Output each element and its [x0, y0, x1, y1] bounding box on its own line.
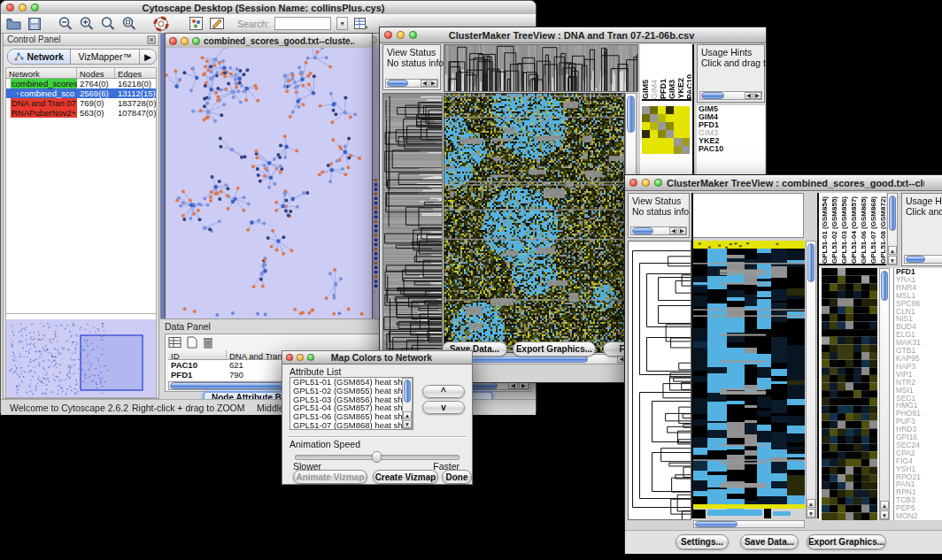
tv1-column-dendrogram[interactable] [444, 44, 638, 92]
network-row[interactable]: DNA and Tran 07 769(0) 183728(0) [6, 98, 156, 108]
tv2-row-dendrogram[interactable] [628, 241, 691, 520]
scrollbar-thumb[interactable] [404, 380, 411, 403]
column-label[interactable]: GIM4 [651, 80, 659, 99]
scrollbar-thumb[interactable] [701, 92, 724, 99]
save-data-button[interactable]: Save Data... [740, 534, 799, 549]
scrollbar-thumb[interactable] [632, 227, 653, 234]
column-label[interactable]: GPL51-06 (GSM865) [860, 196, 869, 264]
scrollbar-thumb[interactable] [387, 80, 408, 87]
main-titlebar[interactable]: Cytoscape Desktop (Session Name: collins… [1, 1, 536, 15]
tab-network[interactable]: Network [8, 50, 71, 64]
tv1-heatmap[interactable] [444, 93, 625, 353]
tv1-row-dendrogram[interactable] [382, 93, 443, 353]
scrollbar-thumb[interactable] [906, 256, 925, 263]
tv2-collabel-scrollbar[interactable]: ▲ ▼ [887, 193, 898, 265]
h-scrollbar[interactable] [904, 255, 942, 264]
slider-thumb[interactable] [372, 451, 382, 463]
dialog-titlebar[interactable]: Map Colors to Network [282, 351, 472, 364]
scroll-down-button[interactable]: ▼ [880, 510, 889, 519]
help-lifering-icon[interactable] [153, 16, 169, 32]
network-row[interactable]: combined_scores 2764(0) 16218(0) [6, 79, 156, 88]
scroll-right-button[interactable]: ▶ [753, 92, 761, 99]
scroll-right-button[interactable]: ▶ [678, 227, 686, 234]
vizmapper-icon[interactable] [189, 16, 204, 31]
scroll-up-button[interactable]: ▲ [888, 246, 897, 255]
row-label[interactable]: PAC10 [699, 145, 765, 153]
zoom-in-icon[interactable] [79, 16, 95, 32]
attribute-listbox[interactable]: GPL51-01 (GSM854) heat shock 05 minGPL51… [290, 377, 413, 430]
tab-more-arrow[interactable]: ▶ [139, 50, 156, 64]
zoom-button[interactable] [654, 179, 662, 187]
column-label[interactable]: GPL51-02 (GSM855) [830, 196, 839, 264]
minimize-button[interactable] [297, 354, 304, 361]
h-scrollbar[interactable]: ◀ ▶ [630, 226, 687, 235]
zoom-button[interactable] [307, 354, 314, 361]
animate-vizmap-button[interactable]: Animate Vizmap [293, 470, 367, 484]
column-label[interactable]: GPL51-04 (GSM857) [850, 196, 859, 264]
h-scrollbar[interactable]: ◀ ▶ [385, 79, 438, 88]
zoom-button[interactable] [31, 4, 39, 12]
move-down-button[interactable]: v [422, 401, 465, 414]
search-input[interactable] [274, 17, 331, 30]
scrollbar-thumb[interactable] [807, 243, 815, 282]
save-session-icon[interactable] [27, 17, 42, 31]
tv1-selected-column-labels[interactable]: GIM5GIM4PFD1GIM3YKE2PAC10 [642, 44, 691, 101]
zoom-button[interactable] [192, 37, 200, 45]
delete-attribute-icon[interactable] [203, 336, 213, 349]
h-scrollbar[interactable]: ◀ ▶ [699, 91, 762, 100]
scrollbar-thumb[interactable] [881, 271, 888, 301]
scroll-down-button[interactable]: ▼ [888, 256, 897, 265]
animation-speed-slider[interactable] [295, 455, 459, 460]
scroll-left-button[interactable]: ◀ [745, 92, 753, 99]
attribute-select-icon[interactable] [168, 336, 181, 349]
tv2-column-labels[interactable]: GPL51-01 (GSM854)GPL51-02 (GSM855)GPL51-… [819, 193, 886, 265]
minimize-button[interactable] [181, 37, 189, 45]
tv1-zoom-heatmap[interactable] [642, 106, 690, 154]
minimize-button[interactable] [642, 179, 650, 187]
open-session-icon[interactable] [6, 17, 22, 31]
create-vizmap-button[interactable]: Create Vizmap [373, 470, 438, 484]
search-dropdown-button[interactable]: ▼ [336, 17, 348, 30]
col-edges[interactable]: Edges [115, 68, 156, 79]
column-label[interactable]: GPL51-01 (GSM854) [821, 196, 830, 264]
scrollbar-thumb[interactable] [627, 96, 635, 133]
network-row-selected[interactable]: combined_sco 2569(6) 13112(15) [6, 88, 156, 98]
scroll-down-button[interactable]: ▼ [403, 420, 412, 428]
tv2-v-scrollbar[interactable]: ▲ ▼ [806, 241, 816, 518]
gene-label[interactable]: MON2 [896, 512, 942, 520]
column-label[interactable]: GIM5 [642, 80, 650, 99]
scroll-left-button[interactable]: ◀ [421, 80, 429, 87]
tv2-row-labels[interactable]: PFD1YRA1RNR4MSL1SPC98CLN1NIS1BUD4ELG1MAK… [893, 268, 942, 520]
treeview2-titlebar[interactable]: ClusterMaker TreeView : combined_scores_… [625, 175, 942, 191]
column-label[interactable]: PAC10 [686, 74, 691, 99]
scroll-up-button[interactable]: ▲ [807, 499, 815, 508]
network-overview[interactable] [5, 313, 157, 398]
column-label[interactable]: YKE2 [677, 78, 685, 99]
tv2-zoom-scrollbar[interactable]: ▲ ▼ [879, 268, 890, 520]
column-label[interactable]: GPL51-03 (GSM856) [840, 196, 849, 264]
scrollbar-thumb[interactable] [889, 196, 896, 231]
zoom-fit-icon[interactable] [121, 16, 137, 32]
scrollbar-thumb[interactable] [695, 521, 737, 527]
col-network[interactable]: Network [6, 68, 77, 79]
close-button[interactable] [629, 179, 637, 187]
export-graphics-button[interactable]: Export Graphics... [807, 534, 886, 549]
overview-canvas[interactable] [6, 319, 156, 397]
close-button[interactable] [384, 31, 392, 39]
tv2-column-dendrogram[interactable] [692, 193, 804, 238]
scroll-left-button[interactable]: ◀ [669, 227, 677, 234]
column-label[interactable]: GPL51-08 (GSM872) [879, 196, 886, 264]
tv2-h-scrollbar[interactable] [693, 520, 805, 528]
scroll-right-button[interactable]: ▶ [429, 80, 437, 87]
tv2-heatmap[interactable] [693, 241, 805, 518]
import-table-icon[interactable] [353, 16, 369, 31]
close-button[interactable] [286, 354, 293, 361]
minimize-button[interactable] [397, 31, 405, 39]
minimize-button[interactable] [19, 4, 27, 12]
attribute-item[interactable]: GPL51-07 (GSM868) heat shock 60 min [290, 421, 413, 430]
column-label[interactable]: GPL51-07 (GSM868) [869, 196, 878, 264]
tv2-zoom-heatmap[interactable] [822, 268, 877, 520]
done-button[interactable]: Done [442, 470, 472, 484]
annotation-icon[interactable] [209, 16, 225, 31]
settings-button[interactable]: Settings... [676, 534, 729, 549]
